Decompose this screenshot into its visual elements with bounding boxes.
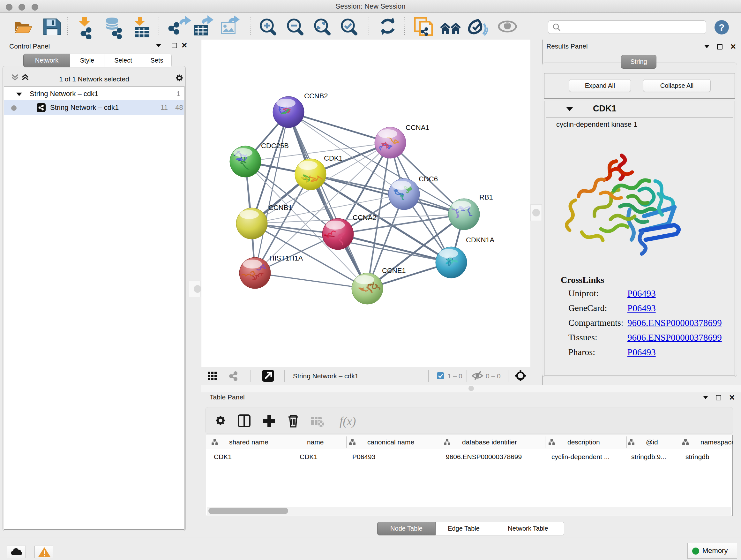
svg-text:CDK1: CDK1 xyxy=(214,453,232,460)
svg-text:CCNA2: CCNA2 xyxy=(353,213,377,222)
svg-text:CDC25B: CDC25B xyxy=(261,142,289,150)
svg-text:canonical name: canonical name xyxy=(367,438,414,446)
svg-text:P06493: P06493 xyxy=(352,453,375,460)
svg-text:CCNB2: CCNB2 xyxy=(304,92,328,100)
svg-text:CDK1: CDK1 xyxy=(300,453,318,460)
svg-text:@id: @id xyxy=(646,438,658,446)
svg-text:stringdb:9...: stringdb:9... xyxy=(631,453,666,460)
svg-text:stringdb: stringdb xyxy=(685,453,710,460)
svg-text:RB1: RB1 xyxy=(479,193,493,201)
svg-text:9606.ENSP00000378699: 9606.ENSP00000378699 xyxy=(446,453,522,460)
svg-text:description: description xyxy=(567,438,600,446)
svg-text:CDK1: CDK1 xyxy=(324,154,343,162)
svg-text:CCNE1: CCNE1 xyxy=(382,266,406,274)
svg-text:CCNB1: CCNB1 xyxy=(268,204,292,212)
svg-text:namespace: namespace xyxy=(700,438,733,446)
svg-text:name: name xyxy=(307,438,324,446)
svg-text:f(x): f(x) xyxy=(340,415,356,428)
svg-text:CCNA1: CCNA1 xyxy=(406,124,429,132)
svg-text:1 – 0: 1 – 0 xyxy=(448,372,462,380)
svg-text:String Network – cdk1: String Network – cdk1 xyxy=(293,372,358,380)
svg-text:CDKN1A: CDKN1A xyxy=(466,236,495,244)
svg-text:database identifier: database identifier xyxy=(462,438,517,446)
svg-text:cyclin-dependent ...: cyclin-dependent ... xyxy=(551,453,610,460)
svg-text:HIST1H1A: HIST1H1A xyxy=(269,254,303,262)
svg-text:shared name: shared name xyxy=(229,438,268,446)
svg-text:0 – 0: 0 – 0 xyxy=(486,372,501,380)
svg-text:CDC6: CDC6 xyxy=(419,175,438,183)
